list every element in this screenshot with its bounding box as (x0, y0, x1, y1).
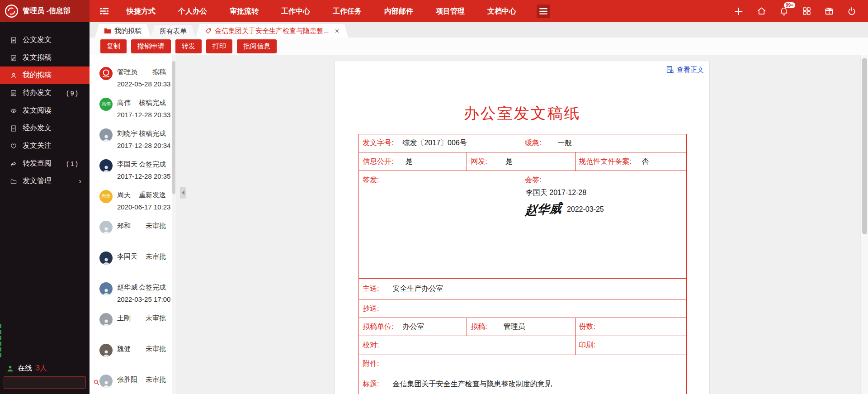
approval-status: 会签完成 (139, 283, 166, 292)
net-send-cell: 网发:是 (467, 152, 575, 171)
tab-document-active[interactable]: 金信集团关于安全生产检查与隐患整... × (196, 24, 348, 38)
gift-icon[interactable] (824, 6, 835, 17)
timeline-entry[interactable]: 赵华威会签完成 2022-03-25 17:00 (90, 282, 176, 313)
approval-time: 2017-12-28 20:34 (117, 142, 166, 149)
search-icon[interactable] (93, 379, 100, 386)
nav-item-project-management[interactable]: 项目管理 (425, 0, 476, 22)
approval-status: 未审批 (146, 222, 166, 230)
timeline-entry[interactable]: 李国天未审批 (90, 252, 176, 282)
view-body-link[interactable]: 查看正文 (666, 66, 704, 74)
avatar (99, 313, 113, 326)
sidebar-item-forward-review[interactable]: 转发查阅 ( 1 ) (0, 155, 90, 172)
approval-time: 2017-12-28 20:33 (117, 111, 166, 119)
field-value: 金信集团关于安全生产检查与隐患整改制度的意见 (392, 380, 552, 388)
close-icon[interactable]: × (335, 27, 340, 35)
title-cell: 标题:金信集团关于安全生产检查与隐患整改制度的意见 (359, 373, 687, 394)
doc-number-cell: 发文字号:综发〔2017〕006号 (359, 134, 521, 152)
approver-name: 魏健 (117, 345, 131, 353)
document-area: 查看正文 办公室发文稿纸 发文字号:综发〔2017〕006号 缓急:一般 信息公… (176, 55, 868, 394)
tab-label: 所有表单 (160, 27, 187, 36)
sidebar-item-dispatch-reading[interactable]: 发文阅读 (0, 102, 90, 119)
approval-status: 重新发送 (139, 191, 166, 199)
forward-button[interactable]: 转发 (175, 39, 202, 53)
nav-item-work-center[interactable]: 工作中心 (270, 0, 321, 22)
field-value: 综发〔2017〕006号 (402, 139, 467, 147)
field-label: 拟稿: (471, 323, 487, 330)
chevron-right-icon: › (79, 176, 81, 186)
notification-badge: 99+ (783, 2, 796, 9)
bell-icon[interactable]: 99+ (778, 6, 789, 17)
print-button[interactable]: 打印 (206, 39, 232, 53)
power-icon[interactable] (846, 6, 857, 17)
sidebar-item-pending-dispatch[interactable]: 待办发文 ( 9 ) (0, 84, 90, 102)
nav-item-shortcuts[interactable]: 快捷方式 (115, 0, 167, 22)
copies-cell: 份数: (575, 318, 687, 336)
content-area: 管理员拟稿 2022-05-28 20:33 高伟 高伟核稿完成 2017-12… (90, 55, 868, 394)
approver-name: 管理员 (117, 68, 137, 76)
urgency-cell: 缓急:一般 (521, 134, 686, 152)
countersign-cell: 会签: 李国天 2017-12-28 赵华威 2022-03-25 (521, 171, 686, 279)
sidebar-item-dispatch-follow[interactable]: 发文关注 (0, 137, 90, 155)
person-icon (102, 226, 111, 234)
timeline-entry[interactable]: 王刚未审批 (90, 313, 176, 344)
header-actions: 99+ (733, 6, 868, 17)
heart-icon (10, 142, 17, 150)
approver-name: 郑和 (117, 222, 131, 230)
tab-all-forms[interactable]: 所有表单 (151, 25, 196, 38)
sidebar-item-official-dispatch[interactable]: 公文发文 (0, 31, 90, 49)
menu-icon[interactable] (99, 7, 109, 15)
timeline-entry[interactable]: 魏健未审批 (90, 344, 176, 375)
timeline-entry[interactable]: 高伟 高伟核稿完成 2017-12-28 20:33 (90, 98, 176, 128)
approver-name: 赵华威 (117, 283, 137, 292)
avatar (99, 128, 113, 142)
timeline-entry[interactable]: 郑和未审批 (90, 221, 176, 252)
more-menu-icon[interactable] (537, 5, 550, 18)
timeline-entry[interactable]: 李国天会签完成 2017-12-28 20:35 (90, 159, 176, 190)
panel-collapse-handle[interactable] (180, 187, 186, 199)
timeline-entry[interactable]: 刘晓宇核稿完成 2017-12-28 20:34 (90, 128, 176, 159)
apps-grid-icon[interactable] (801, 6, 812, 17)
approver-name: 高伟 (117, 99, 131, 107)
timeline-scrollbar-thumb[interactable] (172, 61, 175, 194)
sidebar-item-dispatch-management[interactable]: 发文管理 › (0, 172, 90, 190)
draft-unit-cell: 拟稿单位:办公室 (359, 318, 467, 336)
copy-send-cell: 抄送: (359, 299, 687, 318)
view-body-label: 查看正文 (677, 66, 704, 74)
revoke-application-button[interactable]: 撤销申请 (131, 39, 171, 53)
nav-item-approval-flow[interactable]: 审批流转 (218, 0, 270, 22)
forward-count: ( 1 ) (66, 160, 78, 167)
search-input[interactable] (4, 377, 93, 388)
copy-button[interactable]: 复制 (100, 39, 127, 53)
folder-icon (10, 178, 17, 185)
sidebar: 公文发文 发文拟稿 我的拟稿 待办发文 ( 9 ) 发文阅读 经办发文 发文关注 (0, 22, 90, 394)
sidebar-item-label: 发文管理 (23, 176, 52, 186)
review-info-button[interactable]: 批阅信息 (237, 39, 277, 53)
info-public-cell: 信息公开:是 (359, 152, 467, 171)
proofread-cell: 校对: (359, 336, 576, 355)
field-label: 附件: (363, 360, 379, 367)
sidebar-item-draft-dispatch[interactable]: 发文拟稿 (0, 49, 90, 66)
left-edge-indicator (0, 324, 1, 358)
sidebar-item-handled-dispatch[interactable]: 经办发文 (0, 119, 90, 137)
main-scrollbar-thumb[interactable] (862, 58, 867, 234)
main-send-cell: 主送:安全生产办公室 (359, 279, 687, 299)
timeline-entry[interactable]: 周天 周天重新发送 2020-06-17 10:23 (90, 190, 176, 221)
document-form-table: 发文字号:综发〔2017〕006号 缓急:一般 信息公开:是 网发:是 规范性文… (359, 134, 687, 394)
nav-item-personal-office[interactable]: 个人办公 (167, 0, 218, 22)
sidebar-item-label: 待办发文 (23, 88, 52, 98)
online-count: 3人 (36, 364, 47, 373)
timeline-entry[interactable]: 管理员拟稿 2022-05-28 20:33 (90, 67, 176, 98)
timeline-entry[interactable]: 张胜阳未审批 (90, 375, 176, 394)
nav-item-work-tasks[interactable]: 工作任务 (321, 0, 373, 22)
home-icon[interactable] (756, 6, 767, 17)
sidebar-item-my-drafts[interactable]: 我的拟稿 (0, 66, 90, 84)
field-label: 信息公开: (363, 157, 393, 165)
doc-search-icon (666, 66, 675, 74)
nav-item-document-center[interactable]: 文档中心 (476, 0, 528, 22)
plus-icon[interactable] (733, 6, 744, 17)
document-paper: 查看正文 办公室发文稿纸 发文字号:综发〔2017〕006号 缓急:一般 信息公… (335, 61, 710, 394)
person-icon (102, 164, 111, 172)
field-value: 管理员 (504, 323, 525, 330)
nav-item-internal-mail[interactable]: 内部邮件 (373, 0, 425, 22)
tab-my-drafts[interactable]: 我的拟稿 (95, 24, 151, 38)
